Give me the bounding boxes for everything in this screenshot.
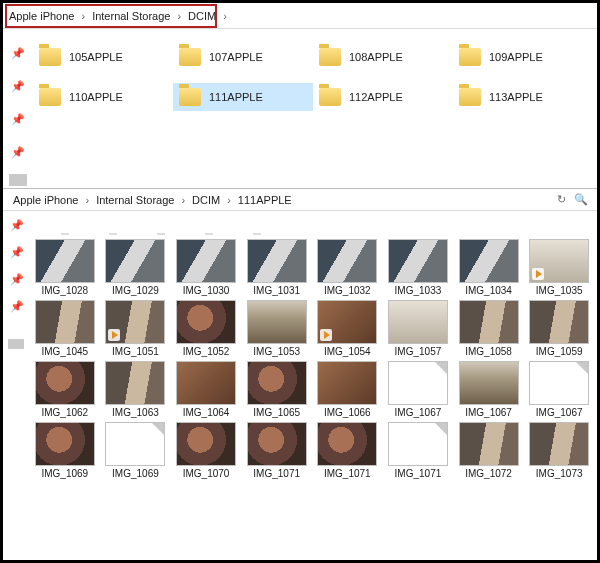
folder-icon (459, 48, 481, 66)
chevron-right-icon: › (224, 194, 234, 206)
thumbnail-item[interactable]: IMG_1054 (314, 300, 382, 357)
thumbnail-label: IMG_1034 (465, 285, 512, 296)
thumbnail-item[interactable]: IMG_1030 (172, 239, 240, 296)
thumbnail-item[interactable]: IMG_1028 (31, 239, 99, 296)
thumbnail-item[interactable]: IMG_1031 (243, 239, 311, 296)
thumbnail-label: IMG_1063 (112, 407, 159, 418)
thumbnail-item[interactable]: IMG_1067 (525, 361, 593, 418)
thumbnail-item[interactable]: IMG_1063 (102, 361, 170, 418)
photo-thumbnail (176, 422, 236, 466)
thumbnail-item[interactable]: IMG_1065 (243, 361, 311, 418)
folder-icon (39, 88, 61, 106)
folder-icon (179, 88, 201, 106)
folder-item[interactable]: 111APPLE (173, 83, 313, 111)
thumbnail-label: IMG_1032 (324, 285, 371, 296)
pin-icon[interactable]: 📌 (11, 47, 25, 60)
thumbnail-item[interactable]: IMG_1064 (172, 361, 240, 418)
photo-thumbnail (459, 300, 519, 344)
pin-icon[interactable]: 📌 (11, 80, 25, 93)
separator (31, 233, 593, 235)
thumbnail-item[interactable]: IMG_1052 (172, 300, 240, 357)
thumbnail-item[interactable]: IMG_1033 (384, 239, 452, 296)
folder-item[interactable]: 108APPLE (313, 43, 453, 71)
folder-item[interactable]: 105APPLE (33, 43, 173, 71)
thumbnail-item[interactable]: IMG_1051 (102, 300, 170, 357)
breadcrumb-item[interactable]: Apple iPhone (5, 10, 78, 22)
scrollbar-thumb[interactable] (8, 339, 24, 349)
thumbnail-label: IMG_1057 (395, 346, 442, 357)
quick-access-pins: 📌 📌 📌 📌 (11, 47, 25, 159)
play-icon (320, 329, 332, 341)
thumbnail-item[interactable]: IMG_1029 (102, 239, 170, 296)
thumbnail-item[interactable]: IMG_1072 (455, 422, 523, 479)
photo-thumbnail (247, 361, 307, 405)
thumbnail-label: IMG_1066 (324, 407, 371, 418)
photo-thumbnail (317, 300, 377, 344)
folder-item[interactable]: 112APPLE (313, 83, 453, 111)
breadcrumb-item[interactable]: 111APPLE (234, 194, 296, 206)
photo-thumbnail (317, 239, 377, 283)
photo-thumbnail (247, 239, 307, 283)
thumbnail-label: IMG_1069 (112, 468, 159, 479)
thumbnail-label: IMG_1053 (253, 346, 300, 357)
thumbnail-item[interactable]: IMG_1073 (525, 422, 593, 479)
photo-thumbnail (388, 300, 448, 344)
thumbnail-label: IMG_1059 (536, 346, 583, 357)
pin-icon[interactable]: 📌 (11, 146, 25, 159)
thumbnail-item[interactable]: IMG_1053 (243, 300, 311, 357)
pin-icon[interactable]: 📌 (11, 113, 25, 126)
photo-thumbnail (247, 422, 307, 466)
thumbnail-item[interactable]: IMG_1035 (525, 239, 593, 296)
thumbnail-item[interactable]: IMG_1067 (384, 361, 452, 418)
search-icon[interactable]: 🔍 (571, 193, 591, 206)
thumbnail-label: IMG_1067 (395, 407, 442, 418)
thumbnail-item[interactable]: IMG_1070 (172, 422, 240, 479)
folder-icon (459, 88, 481, 106)
photo-thumbnail (176, 361, 236, 405)
pin-icon[interactable]: 📌 (10, 273, 24, 286)
breadcrumb-item[interactable]: DCIM (188, 194, 224, 206)
folder-item[interactable]: 107APPLE (173, 43, 313, 71)
photo-thumbnail (459, 422, 519, 466)
breadcrumb-bar-top: Apple iPhone › Internal Storage › DCIM › (3, 3, 597, 29)
thumbnail-item[interactable]: IMG_1059 (525, 300, 593, 357)
thumbnail-item[interactable]: IMG_1066 (314, 361, 382, 418)
thumbnail-item[interactable]: IMG_1069 (102, 422, 170, 479)
thumbnail-item[interactable]: IMG_1032 (314, 239, 382, 296)
thumbnail-item[interactable]: IMG_1045 (31, 300, 99, 357)
thumbnail-label: IMG_1029 (112, 285, 159, 296)
folder-label: 109APPLE (489, 51, 543, 63)
photo-thumbnail (105, 239, 165, 283)
folder-item[interactable]: 110APPLE (33, 83, 173, 111)
thumbnail-item[interactable]: IMG_1071 (384, 422, 452, 479)
thumbnail-item[interactable]: IMG_1071 (314, 422, 382, 479)
chevron-right-icon: › (82, 194, 92, 206)
thumbnail-item[interactable]: IMG_1057 (384, 300, 452, 357)
folder-label: 112APPLE (349, 91, 403, 103)
breadcrumb-item[interactable]: Internal Storage (88, 10, 174, 22)
thumbnail-item[interactable]: IMG_1058 (455, 300, 523, 357)
thumbnail-item[interactable]: IMG_1067 (455, 361, 523, 418)
thumbnail-item[interactable]: IMG_1062 (31, 361, 99, 418)
refresh-icon[interactable]: ↻ (554, 193, 569, 206)
pin-icon[interactable]: 📌 (10, 219, 24, 232)
folder-item[interactable]: 113APPLE (453, 83, 593, 111)
breadcrumb-item[interactable]: Apple iPhone (9, 194, 82, 206)
file-icon (529, 361, 589, 405)
thumbnail-item[interactable]: IMG_1069 (31, 422, 99, 479)
scrollbar-thumb[interactable] (9, 174, 27, 186)
breadcrumb-item[interactable]: Internal Storage (92, 194, 178, 206)
folder-grid: 105APPLE107APPLE108APPLE109APPLE110APPLE… (33, 43, 593, 111)
pin-icon[interactable]: 📌 (10, 246, 24, 259)
thumbnail-item[interactable]: IMG_1071 (243, 422, 311, 479)
breadcrumb-item[interactable]: DCIM (184, 10, 220, 22)
photo-thumbnail (459, 361, 519, 405)
photo-thumbnail (317, 422, 377, 466)
folder-item[interactable]: 109APPLE (453, 43, 593, 71)
thumbnail-item[interactable]: IMG_1034 (455, 239, 523, 296)
thumbnail-label: IMG_1067 (536, 407, 583, 418)
folder-icon (319, 88, 341, 106)
pin-icon[interactable]: 📌 (10, 300, 24, 313)
thumbnail-label: IMG_1028 (41, 285, 88, 296)
thumbnail-label: IMG_1071 (395, 468, 442, 479)
